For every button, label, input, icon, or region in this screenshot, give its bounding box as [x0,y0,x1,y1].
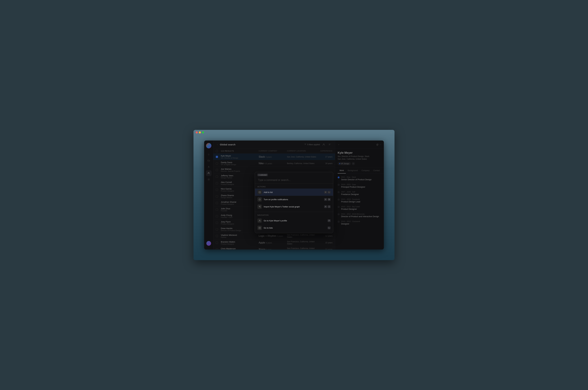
notification-icon [257,197,262,202]
goto-lists-icon [257,226,262,230]
window-menu[interactable]: ··· [390,131,392,134]
add-to-list-label: Add to list [264,191,322,194]
goto-profile-shortcut: P [328,219,331,222]
svg-point-13 [259,206,260,207]
add-to-list-icon [257,190,262,194]
twitter-label: Import Kyle Meyer's Twitter social graph [264,205,322,208]
svg-point-18 [259,220,260,221]
twitter-shortcut: ⌘ I [324,205,331,208]
cp-navigation-section: Navigation Go to Kyle Meyer's profile P [255,212,333,233]
overlay[interactable]: 1 selected Actions Add [204,141,384,249]
svg-point-15 [260,207,260,207]
command-search-input[interactable] [257,177,331,183]
cp-badge: 1 selected [257,174,268,176]
goto-lists-shortcut: L [328,227,331,229]
svg-point-14 [260,206,260,206]
svg-line-17 [260,206,260,207]
notifications-label: Turn on profile notifications [264,198,322,201]
cp-item-goto-profile[interactable]: Go to Kyle Meyer's profile P [255,217,333,224]
cp-navigation-label: Navigation [255,213,333,217]
notifications-shortcut: ⌘ N [324,198,331,201]
cp-item-notifications[interactable]: Turn on profile notifications ⌘ N [255,196,333,203]
cp-item-goto-lists[interactable]: Go to lists L [255,224,333,231]
command-palette: 1 selected Actions Add [255,172,333,233]
app-window: ⌂ [204,141,384,249]
cp-actions-label: Actions [255,185,333,189]
twitter-icon [257,204,262,209]
goto-lists-label: Go to lists [264,227,326,229]
cp-item-add-to-list[interactable]: Add to list ⌘ L [255,189,333,196]
add-to-list-shortcut: ⌘ L [324,191,331,194]
goto-profile-icon [257,218,262,223]
desktop: ··· ⌂ [194,130,394,260]
cp-header: 1 selected [255,172,333,183]
cp-item-twitter[interactable]: Import Kyle Meyer's Twitter social graph… [255,203,333,210]
minimize-button[interactable] [199,131,201,134]
maximize-button[interactable] [202,131,204,134]
close-button[interactable] [196,131,198,134]
traffic-lights [196,131,204,134]
goto-profile-label: Go to Kyle Meyer's profile [264,219,326,222]
cp-actions-section: Actions Add to list ⌘ L [255,184,333,212]
